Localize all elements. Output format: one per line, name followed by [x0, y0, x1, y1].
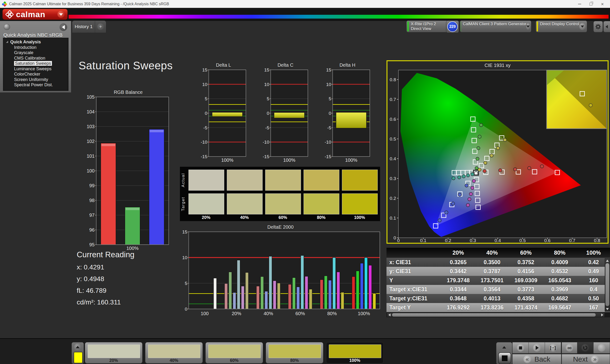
pattern-panel-up-button[interactable] [74, 343, 81, 351]
svg-text:0.1: 0.1 [390, 216, 396, 221]
svg-text:10: 10 [326, 82, 331, 87]
svg-text:0: 0 [393, 235, 396, 240]
svg-text:0: 0 [205, 111, 207, 116]
chevron-down-icon[interactable] [526, 23, 530, 30]
svg-text:96: 96 [89, 227, 95, 233]
page-title: Saturation Sweeps [79, 59, 173, 72]
svg-text:10: 10 [264, 82, 269, 87]
table-cell: 0.4013 [475, 294, 509, 303]
swatch-40 [227, 194, 263, 214]
play-button[interactable] [529, 342, 545, 353]
svg-text:-15: -15 [201, 154, 207, 159]
svg-text:100%: 100% [345, 157, 357, 163]
table-cell: 179.3748 [441, 276, 475, 285]
sidebar-collapse-button[interactable] [60, 23, 67, 31]
minimize-button[interactable] [574, 0, 585, 8]
add-tab-button[interactable]: + [95, 21, 106, 33]
window-titlebar: Calman 2025 Calman Ultimate for Business… [0, 0, 610, 8]
table-cell: 0.3969 [543, 285, 577, 294]
header-band: calman [0, 8, 610, 21]
meter-count-badge[interactable]: 229 [446, 21, 459, 33]
swatch-100 [342, 194, 378, 214]
calman-logo-text: calman [16, 10, 45, 19]
table-cell: 171.4374 [509, 303, 543, 312]
play-icon [536, 346, 541, 350]
pattern-label: 20% [85, 358, 142, 363]
sidebar-item-screen-uniformity[interactable]: Screen Uniformity [3, 77, 68, 82]
pattern-card-60[interactable]: 60% [205, 342, 263, 364]
pattern-preview-swatch[interactable] [74, 352, 83, 363]
pattern-swatch [88, 344, 140, 358]
table-hscrollbar[interactable] [387, 312, 605, 317]
swatch-80 [304, 194, 339, 214]
close-button[interactable]: × [597, 0, 608, 8]
step-icon: [··] [550, 345, 556, 351]
svg-text:-5: -5 [327, 125, 331, 130]
display-control-dropdown[interactable]: Direct Display Control [536, 21, 587, 32]
loop-button[interactable]: ∞ [562, 342, 577, 353]
svg-text:102: 102 [87, 139, 95, 144]
svg-text:0.5: 0.5 [519, 238, 526, 243]
refresh-button[interactable] [577, 342, 593, 353]
swatch-row-label-actual: Actual [181, 169, 186, 191]
delta-h-chart: Delta H -15-10-5051015100% [324, 62, 371, 163]
sidebar-item-luminance-sweeps[interactable]: Luminance Sweeps [3, 66, 68, 72]
bottom-bar: 20%40%60%80%100% [··] ∞ « Back Next » [0, 338, 610, 364]
back-button[interactable]: « Back [512, 354, 561, 364]
pattern-generator-dropdown[interactable]: CalMAN Client 3 Pattern Generator [460, 21, 531, 32]
session-up-button[interactable] [500, 343, 509, 351]
settings-button[interactable] [593, 21, 603, 32]
stop-session-button[interactable] [498, 352, 511, 364]
sidebar-item-cms-calibration[interactable]: CMS Calibration [3, 55, 68, 61]
svg-text:0.6: 0.6 [390, 117, 396, 122]
calman-menu-button[interactable]: calman [2, 9, 68, 20]
reading-fl: fL: 46.789 [77, 287, 134, 294]
table-row-x-cie31: x: CIE310.32650.35000.37520.40090.42 [387, 258, 610, 267]
pattern-swatch [208, 344, 261, 358]
sidebar-item-spectral-power-dist[interactable]: Spectral Power Dist. [3, 82, 68, 88]
table-cell: 0.4009 [543, 258, 577, 267]
pattern-card-100[interactable]: 100% [326, 342, 384, 364]
sidebar-item-grayscale[interactable]: Grayscale [3, 50, 68, 55]
svg-text:15: 15 [264, 68, 269, 72]
calman-menu-chevron[interactable] [57, 11, 65, 18]
delta-l-title: Delta L [200, 62, 247, 68]
pattern-card-80[interactable]: 80% [266, 342, 323, 364]
step-button[interactable]: [··] [545, 342, 561, 353]
table-row-y-cie31: y: CIE310.34420.37870.41560.45320.49 [387, 267, 610, 276]
cie-1931-title: CIE 1931 xy [388, 63, 608, 68]
table-cell: 169.0309 [509, 276, 543, 285]
meter-name: X-Rite i1Pro 2 [411, 22, 436, 26]
chevron-down-icon[interactable] [579, 23, 585, 30]
sidebar-item-colorchecker[interactable]: ColorChecker [3, 71, 68, 77]
sidebar-item-introduction[interactable]: Introduction [3, 45, 68, 50]
svg-text:0.4: 0.4 [390, 156, 396, 161]
plus-icon: + [97, 23, 104, 30]
table-row-y: Y179.3748173.7501169.0309165.0543160 [387, 276, 610, 285]
svg-text:95: 95 [89, 242, 95, 247]
svg-text:0.7: 0.7 [390, 97, 396, 102]
sidebar-item-saturation-sweeps[interactable]: Saturation Sweeps [3, 61, 68, 66]
table-cell: 0.3773 [509, 285, 543, 294]
svg-text:103: 103 [87, 124, 95, 129]
sidebar-item-root[interactable]: Quick Analysis [3, 39, 68, 45]
pattern-card-40[interactable]: 40% [145, 342, 203, 364]
table-cell: 176.9292 [441, 303, 475, 312]
restore-button[interactable] [585, 0, 597, 8]
blank-button[interactable] [593, 342, 610, 353]
next-button[interactable]: Next » [562, 354, 610, 364]
svg-text:0.2: 0.2 [445, 238, 451, 243]
stop-measure-button[interactable] [512, 342, 529, 353]
svg-text:-15: -15 [325, 154, 331, 159]
pattern-card-20[interactable]: 20% [85, 342, 143, 364]
rainbow-strip [69, 15, 609, 19]
toolbar-collapse-button[interactable] [603, 21, 610, 32]
table-vscrollbar[interactable] [605, 258, 610, 312]
actual-target-swatch-panel: ActualTarget20%40%60%80%100% [180, 167, 380, 221]
svg-text:100: 100 [87, 168, 95, 173]
table-row-target-y-cie31: Target y:CIE310.36480.40130.43580.46820.… [387, 294, 610, 303]
svg-text:-15: -15 [263, 154, 269, 159]
svg-text:0.7: 0.7 [569, 238, 575, 243]
sidebar-options-button[interactable] [4, 24, 10, 30]
tab-history-1[interactable]: History 1 [72, 21, 95, 33]
